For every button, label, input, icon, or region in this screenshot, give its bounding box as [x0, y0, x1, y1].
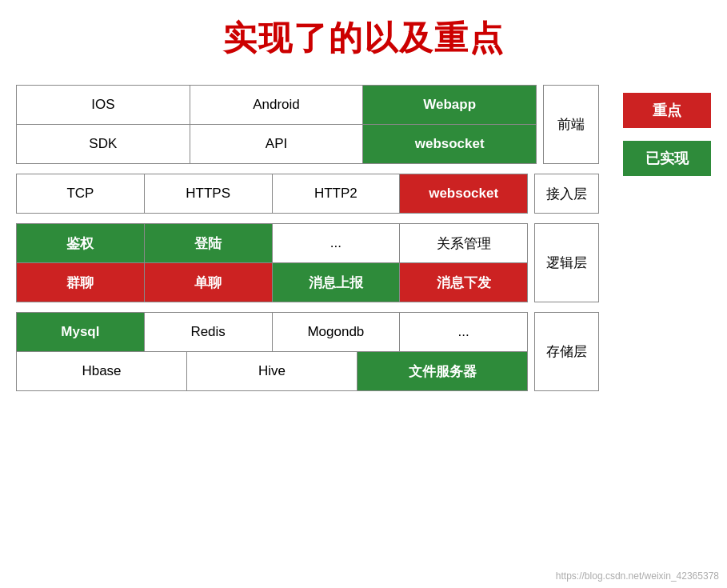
- layer-storage: MysqlRedisMogondb...HbaseHive文件服务器存储层: [16, 312, 599, 391]
- cell-frontend-1-0: SDK: [17, 125, 190, 163]
- row-logic-0: 鉴权登陆...关系管理: [16, 223, 528, 263]
- cell-storage-1-0: Hbase: [17, 352, 187, 390]
- layer-logic: 鉴权登陆...关系管理群聊单聊消息上报消息下发逻辑层: [16, 223, 599, 302]
- cells-group-logic: 鉴权登陆...关系管理群聊单聊消息上报消息下发: [16, 223, 528, 302]
- row-frontend-1: SDKAPIwebsocket: [16, 125, 537, 164]
- cell-storage-1-1: Hive: [187, 352, 358, 390]
- cells-group-storage: MysqlRedisMogondb...HbaseHive文件服务器: [16, 312, 528, 391]
- cell-frontend-0-2: Webapp: [363, 86, 536, 124]
- layer-label-logic: 逻辑层: [534, 223, 599, 302]
- cell-access-0-3: websocket: [400, 174, 527, 213]
- layer-frontend: IOSAndroidWebappSDKAPIwebsocket前端: [16, 85, 599, 164]
- cell-logic-1-2: 消息上报: [273, 263, 401, 302]
- cell-logic-0-1: 登陆: [145, 224, 273, 262]
- cell-logic-0-3: 关系管理: [400, 224, 527, 262]
- cell-storage-0-0: Mysql: [17, 313, 145, 351]
- page-title: 实现了的以及重点: [16, 16, 711, 61]
- row-storage-0: MysqlRedisMogondb...: [16, 312, 528, 352]
- cell-access-0-1: HTTPS: [145, 174, 273, 213]
- cell-frontend-0-0: IOS: [17, 86, 190, 124]
- cell-access-0-0: TCP: [17, 174, 145, 213]
- cell-logic-1-1: 单聊: [145, 263, 273, 302]
- cell-frontend-1-1: API: [190, 125, 364, 163]
- cell-storage-1-2: 文件服务器: [358, 352, 527, 390]
- row-frontend-0: IOSAndroidWebapp: [16, 85, 537, 125]
- layers-container: IOSAndroidWebappSDKAPIwebsocket前端TCPHTTP…: [16, 85, 599, 391]
- layer-access: TCPHTTPSHTTP2websocket接入层: [16, 174, 599, 214]
- cell-logic-1-0: 群聊: [17, 263, 145, 302]
- row-access-0: TCPHTTPSHTTP2websocket: [16, 174, 528, 214]
- cells-group-frontend: IOSAndroidWebappSDKAPIwebsocket: [16, 85, 537, 164]
- cell-storage-0-3: ...: [400, 313, 527, 351]
- cell-frontend-1-2: websocket: [363, 125, 536, 163]
- layer-label-storage: 存储层: [534, 312, 599, 391]
- layer-label-access: 接入层: [534, 174, 599, 214]
- row-storage-1: HbaseHive文件服务器: [16, 352, 528, 391]
- layer-label-frontend: 前端: [543, 85, 599, 164]
- legend-key: 重点: [623, 93, 711, 128]
- cell-logic-0-0: 鉴权: [17, 224, 145, 262]
- main-layout: IOSAndroidWebappSDKAPIwebsocket前端TCPHTTP…: [16, 85, 711, 391]
- watermark: https://blog.csdn.net/weixin_42365378: [556, 570, 719, 582]
- cell-storage-0-2: Mogondb: [273, 313, 401, 351]
- cell-access-0-2: HTTP2: [273, 174, 401, 213]
- cells-group-access: TCPHTTPSHTTP2websocket: [16, 174, 528, 214]
- cell-logic-1-3: 消息下发: [400, 263, 527, 302]
- legend-done: 已实现: [623, 141, 711, 176]
- cell-frontend-0-1: Android: [190, 86, 364, 124]
- cell-logic-0-2: ...: [273, 224, 401, 262]
- cell-storage-0-1: Redis: [145, 313, 273, 351]
- row-logic-1: 群聊单聊消息上报消息下发: [16, 263, 528, 302]
- legend-container: 重点 已实现: [623, 93, 711, 176]
